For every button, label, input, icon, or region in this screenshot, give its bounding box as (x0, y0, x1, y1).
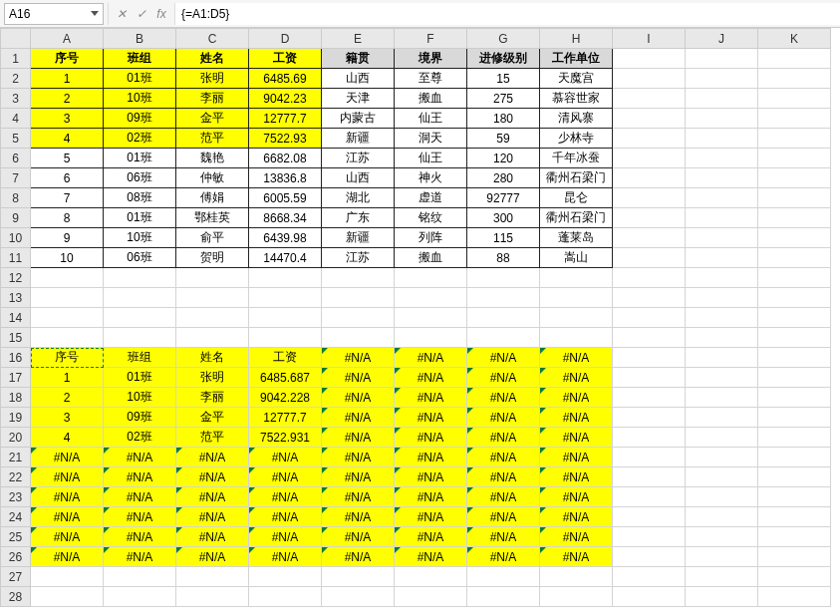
cell-D19[interactable]: 12777.7 (249, 408, 322, 428)
cell-E24[interactable]: #N/A (322, 507, 395, 527)
cell-D27[interactable] (249, 567, 322, 587)
cell-K11[interactable] (758, 248, 831, 268)
cell-I5[interactable] (613, 129, 686, 149)
cell-A2[interactable]: 1 (31, 69, 104, 89)
cell-C20[interactable]: 范平 (176, 428, 249, 448)
formula-input[interactable]: {=A1:D5} (175, 3, 840, 25)
cell-E12[interactable] (322, 268, 395, 288)
cell-G25[interactable]: #N/A (467, 527, 540, 547)
cell-G11[interactable]: 88 (467, 248, 540, 268)
row-header-16[interactable]: 16 (1, 348, 31, 368)
cell-K18[interactable] (758, 388, 831, 408)
cell-I3[interactable] (613, 89, 686, 109)
cell-B26[interactable]: #N/A (104, 547, 176, 567)
cell-H2[interactable]: 天魔宫 (540, 69, 613, 89)
cell-D6[interactable]: 6682.08 (249, 149, 322, 168)
cell-C23[interactable]: #N/A (176, 487, 249, 507)
cell-J24[interactable] (686, 507, 758, 527)
cell-C7[interactable]: 仲敏 (176, 168, 249, 188)
row-header-14[interactable]: 14 (1, 308, 31, 328)
cell-B14[interactable] (104, 308, 176, 328)
cell-C28[interactable] (176, 587, 249, 607)
row-header-11[interactable]: 11 (1, 248, 31, 268)
cell-C4[interactable]: 金平 (176, 109, 249, 129)
cell-E25[interactable]: #N/A (322, 527, 395, 547)
cell-B28[interactable] (104, 587, 176, 607)
cell-B10[interactable]: 10班 (104, 228, 176, 248)
cell-J16[interactable] (686, 348, 758, 368)
cell-H1[interactable]: 工作单位 (540, 49, 613, 69)
cell-B17[interactable]: 01班 (104, 368, 176, 388)
cell-A27[interactable] (31, 567, 104, 587)
cell-D22[interactable]: #N/A (249, 467, 322, 487)
cell-E13[interactable] (322, 288, 395, 308)
cell-J13[interactable] (686, 288, 758, 308)
cell-D3[interactable]: 9042.23 (249, 89, 322, 109)
cell-B25[interactable]: #N/A (104, 527, 176, 547)
col-header-C[interactable]: C (176, 29, 249, 49)
row-header-23[interactable]: 23 (1, 487, 31, 507)
cell-H27[interactable] (540, 567, 613, 587)
cell-B27[interactable] (104, 567, 176, 587)
cell-K5[interactable] (758, 129, 831, 149)
col-header-A[interactable]: A (31, 29, 104, 49)
cell-I19[interactable] (613, 408, 686, 428)
cell-J15[interactable] (686, 328, 758, 348)
col-header-I[interactable]: I (613, 29, 686, 49)
cell-E15[interactable] (322, 328, 395, 348)
cell-G12[interactable] (467, 268, 540, 288)
cell-K6[interactable] (758, 149, 831, 168)
cell-B24[interactable]: #N/A (104, 507, 176, 527)
cell-J27[interactable] (686, 567, 758, 587)
cell-F21[interactable]: #N/A (395, 448, 467, 467)
cell-C24[interactable]: #N/A (176, 507, 249, 527)
cell-D9[interactable]: 8668.34 (249, 208, 322, 228)
cell-I2[interactable] (613, 69, 686, 89)
cell-G21[interactable]: #N/A (467, 448, 540, 467)
cell-E3[interactable]: 天津 (322, 89, 395, 109)
cell-G14[interactable] (467, 308, 540, 328)
cell-D23[interactable]: #N/A (249, 487, 322, 507)
cell-A13[interactable] (31, 288, 104, 308)
cell-G23[interactable]: #N/A (467, 487, 540, 507)
cell-H28[interactable] (540, 587, 613, 607)
cell-I28[interactable] (613, 587, 686, 607)
cell-H16[interactable]: #N/A (540, 348, 613, 368)
cell-I10[interactable] (613, 228, 686, 248)
cell-B3[interactable]: 10班 (104, 89, 176, 109)
col-header-D[interactable]: D (249, 29, 322, 49)
cell-D25[interactable]: #N/A (249, 527, 322, 547)
cell-A12[interactable] (31, 268, 104, 288)
cancel-icon[interactable]: ✕ (115, 7, 129, 21)
cell-G9[interactable]: 300 (467, 208, 540, 228)
cell-D12[interactable] (249, 268, 322, 288)
cell-K15[interactable] (758, 328, 831, 348)
col-header-J[interactable]: J (686, 29, 758, 49)
cell-G15[interactable] (467, 328, 540, 348)
cell-F20[interactable]: #N/A (395, 428, 467, 448)
cell-J10[interactable] (686, 228, 758, 248)
cell-B19[interactable]: 09班 (104, 408, 176, 428)
cell-F19[interactable]: #N/A (395, 408, 467, 428)
cell-C26[interactable]: #N/A (176, 547, 249, 567)
cell-A4[interactable]: 3 (31, 109, 104, 129)
cell-H22[interactable]: #N/A (540, 467, 613, 487)
row-header-10[interactable]: 10 (1, 228, 31, 248)
cell-C6[interactable]: 魏艳 (176, 149, 249, 168)
cell-C14[interactable] (176, 308, 249, 328)
cell-C18[interactable]: 李丽 (176, 388, 249, 408)
cell-K21[interactable] (758, 448, 831, 467)
cell-A23[interactable]: #N/A (31, 487, 104, 507)
cell-H14[interactable] (540, 308, 613, 328)
col-header-K[interactable]: K (758, 29, 831, 49)
cell-D18[interactable]: 9042.228 (249, 388, 322, 408)
cell-C25[interactable]: #N/A (176, 527, 249, 547)
fx-icon[interactable]: fx (154, 7, 168, 21)
cell-F3[interactable]: 搬血 (395, 89, 467, 109)
cell-A8[interactable]: 7 (31, 188, 104, 208)
cell-E23[interactable]: #N/A (322, 487, 395, 507)
cell-I17[interactable] (613, 368, 686, 388)
cell-C11[interactable]: 贺明 (176, 248, 249, 268)
cell-H3[interactable]: 慕容世家 (540, 89, 613, 109)
cell-G4[interactable]: 180 (467, 109, 540, 129)
